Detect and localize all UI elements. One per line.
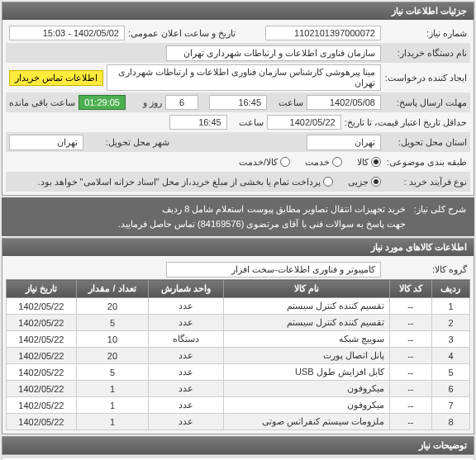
cell-qty: 5 <box>76 364 148 381</box>
radio-icon[interactable] <box>280 157 290 167</box>
value-days: 6 <box>165 95 198 110</box>
radio-label: کالا <box>357 157 369 168</box>
cell-idx: 6 <box>431 381 469 397</box>
proc-type-radio-group: جزییپرداخت تمام یا بخشی از مبلغ خرید،از … <box>37 177 381 187</box>
cell-name: پانل اتصال پورت <box>224 348 390 364</box>
radio-icon[interactable] <box>371 177 381 187</box>
value-deadline-time: 16:45 <box>209 95 267 110</box>
cell-idx: 4 <box>431 348 469 364</box>
cell-date: 1402/05/22 <box>7 315 77 331</box>
value-loc-demand: تهران <box>307 135 381 150</box>
row-need-no: شماره نیاز: 1102101397000072 تاریخ و ساع… <box>6 23 470 43</box>
row-subject-cat: طبقه بندی موضوعی: کالاخدمتکالا/خدمت <box>6 152 470 172</box>
label-loc-demand: استان محل تحویل: <box>384 137 467 148</box>
label-goods-group: گروه کالا: <box>384 264 467 275</box>
table-row[interactable]: 1--تقسیم کننده کنترل سیستمعدد201402/05/2… <box>7 298 470 315</box>
summary-text: خرید تجهیزات انتقال تصاویر مطابق پیوست ا… <box>118 202 406 231</box>
cell-unit: عدد <box>149 397 224 414</box>
radio-icon[interactable] <box>332 157 342 167</box>
cell-idx: 1 <box>431 298 469 315</box>
label-creator: ایجاد کننده درخواست: <box>384 73 467 83</box>
subject-cat-option-2[interactable]: کالا/خدمت <box>239 157 290 168</box>
radio-label: پرداخت تمام یا بخشی از مبلغ خرید،از محل … <box>37 177 321 187</box>
radio-label: خدمت <box>305 157 330 168</box>
cell-date: 1402/05/22 <box>7 348 77 364</box>
label-day-and: روز و <box>129 97 162 108</box>
table-row[interactable]: 3--سوییچ شبکهدستگاه101402/05/22 <box>7 331 470 348</box>
items-panel: اطلاعات کالاهای مورد نیاز گروه کالا: کام… <box>2 238 474 434</box>
table-row[interactable]: 8--ملزومات سیستم کنفرانس صوتیعدد11402/05… <box>7 414 470 430</box>
items-table: ردیف کد کالا نام کالا واحد شمارش تعداد /… <box>6 279 470 430</box>
row-proc-type: نوع فرآیند خرید : جزییپرداخت تمام یا بخش… <box>6 172 470 192</box>
value-announce-dt: 1402/05/02 - 15:03 <box>9 26 125 40</box>
proc-type-option-0[interactable]: جزیی <box>348 177 381 187</box>
value-from-time: 16:45 <box>169 115 227 130</box>
cell-qty: 5 <box>76 315 148 331</box>
cell-code: -- <box>389 315 431 331</box>
row-buyer-org: نام دستگاه خریدار: سازمان فناوری اطلاعات… <box>6 43 470 63</box>
cell-qty: 20 <box>76 298 148 315</box>
details-panel: جزئیات اطلاعات نیاز شماره نیاز: 11021013… <box>2 2 474 196</box>
radio-icon[interactable] <box>323 177 333 187</box>
row-goods-group: گروه کالا: کامپیوتر و فناوری اطلاعات-سخت… <box>6 259 470 279</box>
cell-code: -- <box>389 348 431 364</box>
value-deadline-date: 1402/05/08 <box>307 95 381 110</box>
cell-unit: دستگاه <box>149 331 224 348</box>
value-loc-city: تهران <box>9 135 83 150</box>
cell-idx: 5 <box>431 364 469 381</box>
value-creator: مینا پیرهوشی کارشناس سازمان فناوری اطلاع… <box>107 64 381 91</box>
col-date: تاریخ نیاز <box>7 280 77 298</box>
table-row[interactable]: 5--کابل افزایش طول USBعدد51402/05/22 <box>7 364 470 381</box>
label-deadline: مهلت ارسال پاسخ: <box>384 97 467 108</box>
table-row[interactable]: 2--تقسیم کننده کنترل سیستمعدد51402/05/22 <box>7 315 470 331</box>
value-goods-group: کامپیوتر و فناوری اطلاعات-سخت افزار <box>166 262 381 277</box>
label-announce-dt: تاریخ و ساعت اعلان عمومی: <box>128 28 236 39</box>
cell-date: 1402/05/22 <box>7 381 77 397</box>
col-code: کد کالا <box>389 280 431 298</box>
cell-idx: 2 <box>431 315 469 331</box>
table-row[interactable]: 7--میکروفونعدد11402/05/22 <box>7 397 470 414</box>
label-from-date: حداقل تاریخ اعتبار قیمت، تا تاریخ: <box>345 117 467 128</box>
table-row[interactable]: 4--پانل اتصال پورتعدد201402/05/22 <box>7 348 470 364</box>
remaining-time-badge: 01:29:05 <box>79 95 126 110</box>
cell-idx: 8 <box>431 414 469 430</box>
radio-icon[interactable] <box>371 157 381 167</box>
col-idx: ردیف <box>431 280 469 298</box>
cell-unit: عدد <box>149 414 224 430</box>
cell-name: کابل افزایش طول USB <box>224 364 390 381</box>
cell-code: -- <box>389 298 431 315</box>
label-proc-type: نوع فرآیند خرید : <box>384 177 467 187</box>
table-row[interactable]: 6--میکروفونعدد11402/05/22 <box>7 381 470 397</box>
radio-label: کالا/خدمت <box>239 157 278 168</box>
explain-panel-header: توضیحات نیاز <box>2 437 474 454</box>
explain-panel: توضیحات نیاز <box>2 436 474 455</box>
table-header-row: ردیف کد کالا نام کالا واحد شمارش تعداد /… <box>7 280 470 298</box>
cell-unit: عدد <box>149 348 224 364</box>
cell-unit: عدد <box>149 381 224 397</box>
cell-date: 1402/05/22 <box>7 331 77 348</box>
label-subject-cat: طبقه بندی موضوعی: <box>384 157 467 168</box>
row-location: استان محل تحویل: تهران شهر محل تحویل: ته… <box>6 132 470 152</box>
col-unit: واحد شمارش <box>149 280 224 298</box>
cell-code: -- <box>389 414 431 430</box>
label-remaining: ساعت باقی مانده <box>9 97 75 108</box>
cell-unit: عدد <box>149 364 224 381</box>
label-buyer-org: نام دستگاه خریدار: <box>384 48 467 59</box>
value-need-no: 1102101397000072 <box>265 26 381 40</box>
cell-qty: 1 <box>76 397 148 414</box>
items-panel-body: گروه کالا: کامپیوتر و فناوری اطلاعات-سخت… <box>2 256 474 434</box>
subject-cat-option-1[interactable]: خدمت <box>305 157 342 168</box>
value-from-date: 1402/05/22 <box>267 115 341 130</box>
cell-qty: 10 <box>76 331 148 348</box>
cell-name: میکروفون <box>224 381 390 397</box>
proc-type-option-1[interactable]: پرداخت تمام یا بخشی از مبلغ خرید،از محل … <box>37 177 333 187</box>
label-need-no: شماره نیاز: <box>384 28 467 39</box>
details-panel-header: جزئیات اطلاعات نیاز <box>2 2 474 20</box>
buyer-contact-button[interactable]: اطلاعات تماس خریدار <box>9 70 103 86</box>
summary-box: شرح کلی نیاز: خرید تجهیزات انتقال تصاویر… <box>2 197 474 236</box>
radio-label: جزیی <box>348 177 369 187</box>
label-loc-city: شهر محل تحویل: <box>87 137 169 148</box>
col-name: نام کالا <box>224 280 390 298</box>
row-from-date: حداقل تاریخ اعتبار قیمت، تا تاریخ: 1402/… <box>6 112 470 132</box>
subject-cat-option-0[interactable]: کالا <box>357 157 381 168</box>
